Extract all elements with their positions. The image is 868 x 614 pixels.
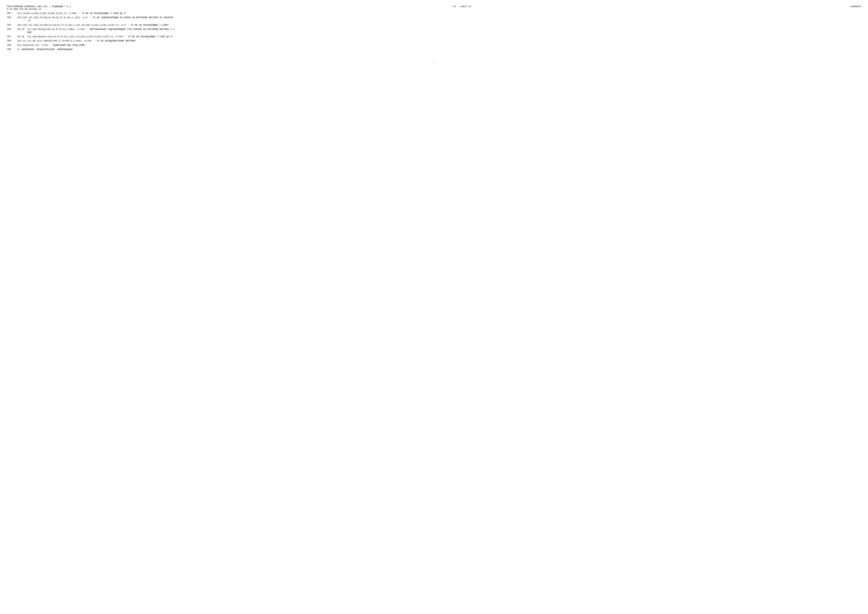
row-number: 284 [7,16,17,19]
row-number: 285 [7,23,17,26]
header-subtitle: А-IV-600-476.90 Альбом I2 [7,8,861,11]
row-text: Е8-26 111-103,80(А2=(116+(0,47-0,41),115… [17,35,861,38]
program-name: ПРОГРАММНЫЙ КОМПЛЕКС АВС-ЗЕС [7,5,48,8]
table-row: 283Е11-19(А5,3)(А3,3)(А4,3)(А2,3)(Р1,3)'… [7,12,861,15]
footer-dot: . [7,62,861,64]
row-number: 289 [7,44,17,47]
row-text: Е13-225 111-103,371(А2=0,78+(0,47-0,19),… [17,16,861,22]
page-header: ПРОГРАММНЫЙ КОМПЛЕКС АВС-ЗЕС ( РЕДАКЦИЯ … [7,5,861,11]
row-text: К' НИКОЛАЕВА' АРХАНГЕЛЬСКАЯ' КОМАРНИЦКАЯ… [17,48,861,51]
row-text: Е11-69(А2=66,18)' 0,05' ' ЦЕМЕНТНЫЙ ПОД … [17,44,861,47]
edition-text: ( РЕДАКЦИЯ 7.0 ) [50,5,71,8]
table-row: 288Е41-21 111-30 1112-180(А2=365,3-73+64… [7,39,861,42]
table-row: 290К' НИКОЛАЕВА' АРХАНГЕЛЬСКАЯ' КОМАРНИЦ… [7,48,861,51]
table-row: 287Е8-26 111-103,80(А2=(116+(0,47-0,41),… [7,35,861,38]
code-number: 14900078 [850,5,861,8]
content-area: 283Е11-19(А5,3)(А3,3)(А4,3)(А2,3)(Р1,3)'… [7,12,861,51]
row-text: Е41-21 111-30 1112-180(А2=365,3-73+640:3… [17,39,861,42]
row-number: 290 [7,48,17,51]
row-number: 283 [7,12,17,14]
row-text: Е11-19(А5,3)(А3,3)(А4,3)(А2,3)(Р1,3)' 0,… [17,12,861,15]
page-number: - 44 - [450,5,459,8]
table-row: 289Е11-69(А2=66,18)' 0,05' ' ЦЕМЕНТНЫЙ П… [7,44,861,47]
row-number: 286 [7,28,17,31]
table-row: 284Е13-225 111-103,371(А2=0,78+(0,47-0,1… [7,16,861,22]
doc-number: 24637-13 [460,5,471,8]
row-number: 287 [7,35,17,38]
row-text: Е8-23 111-103,80(А2=225+(0,47-0,41),230#… [17,28,861,34]
table-row: 285Е13-226 111-103,371(А2=(0,38+(0,47-0,… [7,23,861,27]
row-number: 288 [7,39,17,42]
header-line1: ПРОГРАММНЫЙ КОМПЛЕКС АВС-ЗЕС ( РЕДАКЦИЯ … [7,5,861,8]
row-text: Е13-226 111-103,371(А2=(0,38+(0,47-0,19)… [17,23,861,27]
table-row: 286Е8-23 111-103,80(А2=225+(0,47-0,41),2… [7,28,861,34]
